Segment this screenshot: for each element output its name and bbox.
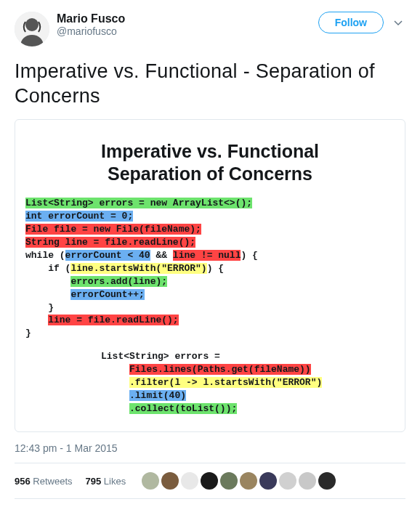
code-imperative: List<String> errors = new ArrayList<>();… (21, 197, 399, 340)
liker-avatar[interactable] (299, 472, 316, 490)
avatar[interactable] (15, 12, 49, 46)
tweet-header: Mario Fusco @mariofusco Follow (15, 12, 405, 46)
liker-avatar[interactable] (142, 472, 159, 490)
liker-avatar[interactable] (220, 472, 238, 490)
retweet-count[interactable]: 956 Retweets (15, 476, 73, 487)
slide-title-line2: Separation of Concerns (108, 163, 312, 184)
engagement-counts: 956 Retweets 795 Likes (15, 463, 405, 498)
code-functional: List<String> errors = Files.lines(Paths.… (21, 350, 399, 415)
user-handle: @mariofusco (57, 25, 318, 38)
slide-title-line1: Imperative vs. Functional (101, 141, 319, 161)
liker-avatar[interactable] (240, 472, 257, 490)
liker-avatar[interactable] (161, 472, 179, 490)
tweet-text: Imperative vs. Functional - Separation o… (15, 60, 405, 109)
timestamp[interactable]: 12:43 pm - 1 Mar 2015 (15, 442, 405, 454)
media-card[interactable]: Imperative vs. Functional Separation of … (15, 119, 405, 433)
svg-point-1 (25, 18, 39, 31)
liker-avatar[interactable] (279, 472, 296, 490)
liker-avatar[interactable] (201, 472, 218, 490)
like-count[interactable]: 795 Likes (86, 476, 126, 487)
liker-avatar[interactable] (259, 472, 277, 490)
follow-button[interactable]: Follow (318, 12, 384, 33)
author-block[interactable]: Mario Fusco @mariofusco (57, 12, 318, 38)
display-name: Mario Fusco (57, 12, 318, 25)
facepile[interactable] (142, 472, 336, 490)
liker-avatar[interactable] (318, 472, 336, 490)
more-menu-button[interactable] (394, 17, 405, 29)
slide-title: Imperative vs. Functional Separation of … (21, 140, 399, 186)
action-bar: 30 956 795 (15, 499, 405, 507)
liker-avatar[interactable] (181, 472, 198, 490)
tweet-container: Mario Fusco @mariofusco Follow Imperativ… (0, 0, 420, 507)
